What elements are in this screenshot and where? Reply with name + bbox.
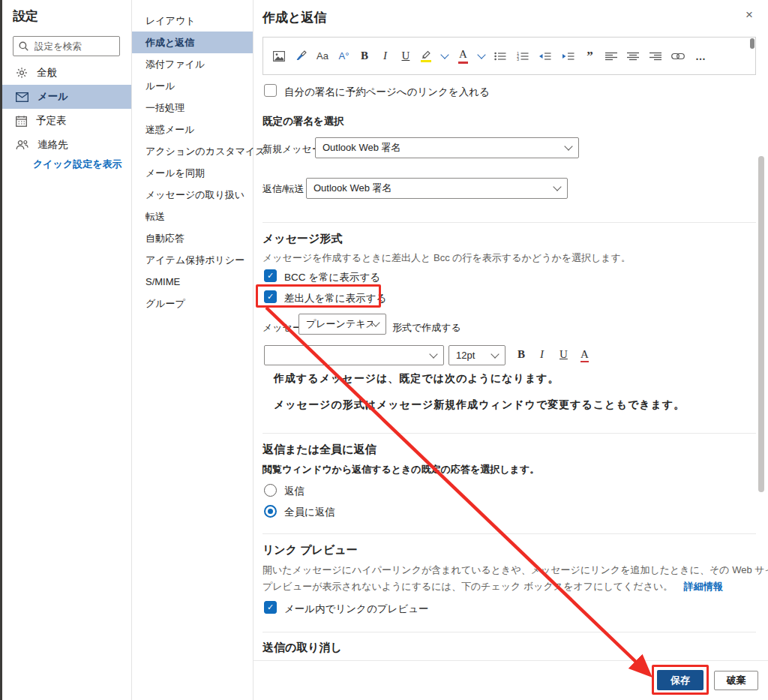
sidebar-item-label: 予定表 <box>36 114 67 128</box>
reply-all-radio[interactable] <box>264 505 277 518</box>
bullet-list-icon[interactable] <box>494 52 506 61</box>
footer-divider <box>254 660 768 661</box>
default-underline-icon[interactable]: U <box>560 348 568 361</box>
align-right-icon[interactable] <box>650 52 662 61</box>
calendar-icon <box>16 116 27 127</box>
compose-format-value: プレーンテキスト <box>306 317 373 331</box>
page-title: 作成と返信 <box>262 9 326 26</box>
section-divider <box>262 222 756 223</box>
settings-search[interactable] <box>13 36 120 56</box>
nav-item-layout[interactable]: レイアウト <box>132 10 253 32</box>
chevron-down-icon <box>490 350 499 358</box>
settings-window: 設定 全般 メール 予定表 連絡先 クイック設定を表示 レイアウト 作成と返 <box>0 0 768 700</box>
align-center-icon[interactable] <box>627 52 639 61</box>
indent-icon[interactable] <box>562 52 574 61</box>
highlight-color-bar <box>421 60 431 62</box>
quote-icon[interactable]: ” <box>584 50 595 62</box>
check-icon: ✓ <box>267 293 274 301</box>
booking-link-checkbox-label: 自分の署名に予約ページへのリンクを入れる <box>284 86 490 99</box>
nav-item-smime[interactable]: S/MIME <box>132 271 253 293</box>
nav-item-attachments[interactable]: 添付ファイル <box>132 53 253 75</box>
sidebar-item-calendar[interactable]: 予定表 <box>2 109 131 133</box>
sidebar-item-general[interactable]: 全般 <box>2 61 131 85</box>
highlight-icon[interactable] <box>421 50 431 62</box>
section-divider <box>262 433 756 434</box>
nav-item-compose-reply[interactable]: 作成と返信 <box>132 32 253 53</box>
message-format-heading: メッセージ形式 <box>262 232 342 246</box>
new-message-signature-select[interactable]: Outlook Web 署名 <box>315 137 579 158</box>
mail-icon <box>16 92 28 102</box>
always-show-bcc-checkbox[interactable]: ✓ <box>264 269 277 282</box>
nav-item-junk-mail[interactable]: 迷惑メール <box>132 119 253 140</box>
font-color-dropdown-chevron[interactable] <box>477 50 485 59</box>
sidebar-item-label: メール <box>38 90 68 104</box>
reply-forward-signature-select[interactable]: Outlook Web 署名 <box>306 178 568 199</box>
gear-icon <box>16 67 28 79</box>
nav-item-groups[interactable]: グループ <box>132 293 253 314</box>
outdent-icon[interactable] <box>538 52 551 61</box>
font-color-bar <box>458 62 468 64</box>
font-color-glyph: A <box>459 49 467 60</box>
default-font-select[interactable] <box>264 345 444 365</box>
font-name-icon[interactable]: Aa <box>316 51 328 61</box>
save-button[interactable]: 保存 <box>657 670 704 690</box>
nav-item-rules[interactable]: ルール <box>132 75 253 97</box>
chevron-down-icon <box>429 350 437 358</box>
main-scrollbar[interactable] <box>758 156 764 492</box>
font-color-icon[interactable]: A <box>458 49 468 64</box>
more-options-icon[interactable]: … <box>695 51 706 62</box>
undo-send-heading: 送信の取り消し <box>262 641 342 655</box>
italic-icon[interactable]: I <box>380 50 390 62</box>
search-input[interactable] <box>33 41 114 53</box>
numbered-list-icon[interactable]: 123 <box>517 52 529 61</box>
compose-format-select[interactable]: プレーンテキスト <box>298 314 386 335</box>
section-divider <box>262 632 756 632</box>
default-font-size-select[interactable]: 12pt <box>448 345 506 365</box>
quick-settings-link[interactable]: クイック設定を表示 <box>33 158 122 171</box>
link-icon[interactable] <box>671 53 685 60</box>
highlight-dropdown-chevron[interactable] <box>440 50 448 59</box>
sidebar-item-contacts[interactable]: 連絡先 <box>2 133 131 157</box>
nav-item-automatic-replies[interactable]: 自動応答 <box>132 227 253 249</box>
align-left-icon[interactable] <box>605 52 617 61</box>
sidebar-item-mail[interactable]: メール <box>2 85 131 109</box>
always-show-bcc-label: BCC を常に表示する <box>284 271 380 284</box>
reply-forward-signature-value: Outlook Web 署名 <box>314 182 554 195</box>
font-size-icon[interactable]: A° <box>338 51 349 61</box>
message-format-description: メッセージを作成するときに差出人と Bcc の行を表示するかどうかを選択します。 <box>262 251 631 265</box>
reply-all-radio-label: 全員に返信 <box>284 506 335 519</box>
bold-icon[interactable]: B <box>359 50 370 62</box>
more-info-link[interactable]: 詳細情報 <box>684 581 723 592</box>
nav-item-retention-policies[interactable]: アイテム保持ポリシー <box>132 249 253 271</box>
default-italic-icon[interactable]: I <box>540 348 544 361</box>
nav-item-customize-actions[interactable]: アクションのカスタマイズ <box>132 140 253 162</box>
sidebar-item-label: 連絡先 <box>38 138 68 152</box>
link-preview-description-line2: プレビューが表示されないようにするには、下のチェック ボックスをオフにしてくださ… <box>262 581 673 592</box>
settings-title: 設定 <box>13 8 38 25</box>
check-icon: ✓ <box>267 272 274 280</box>
discard-button[interactable]: 破棄 <box>714 671 758 690</box>
format-preview-line1: 作成するメッセージは、既定では次のようになります。 <box>274 372 560 386</box>
nav-item-sweep[interactable]: 一括処理 <box>132 97 253 119</box>
link-preview-checkbox[interactable]: ✓ <box>264 601 277 614</box>
always-show-from-label: 差出人を常に表示する <box>284 292 386 305</box>
search-icon <box>19 41 28 51</box>
link-preview-checkbox-label: メール内でリンクのプレビュー <box>284 602 428 616</box>
underline-icon[interactable]: U <box>400 50 411 62</box>
compose-suffix-label: 形式で作成する <box>392 321 461 335</box>
signature-format-toolbar: Aa A° B I U A 123 ” <box>262 37 756 75</box>
nav-item-forwarding[interactable]: 転送 <box>132 206 253 227</box>
close-icon[interactable]: × <box>742 8 757 23</box>
reply-radio[interactable] <box>264 484 277 497</box>
format-painter-icon[interactable] <box>296 50 307 62</box>
insert-image-icon[interactable] <box>273 51 285 62</box>
always-show-from-checkbox[interactable]: ✓ <box>264 290 277 303</box>
nav-item-sync-mail[interactable]: メールを同期 <box>132 162 253 184</box>
reply-settings-description: 閲覧ウィンドウから返信するときの既定の応答を選択します。 <box>262 463 539 476</box>
nav-item-message-handling[interactable]: メッセージの取り扱い <box>132 184 253 206</box>
signature-editor-scrollbar[interactable] <box>750 38 754 49</box>
default-bold-icon[interactable]: B <box>518 348 525 361</box>
default-font-color-icon[interactable]: A <box>580 348 589 362</box>
booking-link-checkbox[interactable] <box>264 84 277 97</box>
check-icon: ✓ <box>267 603 274 611</box>
